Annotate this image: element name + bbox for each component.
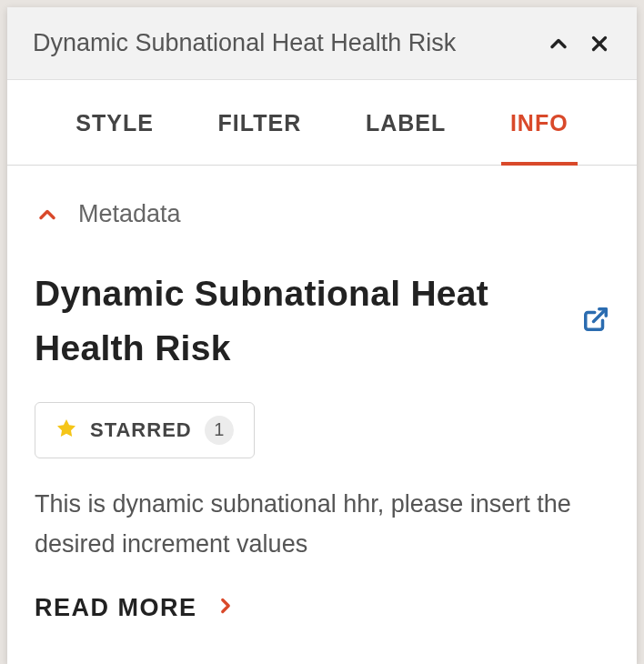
title-row: Dynamic Subnational Heat Health Risk	[35, 267, 609, 377]
header-actions	[546, 31, 611, 56]
panel-content: Metadata Dynamic Subnational Heat Health…	[7, 166, 637, 664]
tab-bar: STYLE FILTER LABEL INFO	[7, 80, 637, 166]
panel-header: Dynamic Subnational Heat Health Risk	[7, 7, 637, 80]
metadata-description: This is dynamic subnational hhr, please …	[35, 484, 609, 565]
section-label: Metadata	[78, 200, 181, 228]
starred-label: STARRED	[90, 418, 192, 442]
chevron-up-icon	[546, 31, 571, 56]
chevron-right-icon	[214, 594, 237, 621]
starred-count: 1	[205, 416, 234, 445]
external-link-button[interactable]	[582, 306, 609, 337]
svg-line-2	[594, 309, 607, 322]
tab-label[interactable]: LABEL	[357, 81, 455, 166]
info-panel: Dynamic Subnational Heat Health Risk STY…	[7, 7, 637, 664]
tab-info[interactable]: INFO	[501, 81, 578, 166]
section-header[interactable]: Metadata	[35, 200, 609, 228]
chevron-up-icon	[35, 202, 60, 227]
close-button[interactable]	[588, 32, 611, 55]
close-icon	[588, 32, 611, 55]
collapse-button[interactable]	[546, 31, 571, 56]
svg-marker-3	[57, 419, 75, 437]
metadata-title: Dynamic Subnational Heat Health Risk	[35, 267, 564, 377]
starred-box[interactable]: STARRED 1	[35, 402, 255, 458]
read-more-button[interactable]: READ MORE	[35, 594, 609, 622]
read-more-label: READ MORE	[35, 594, 197, 622]
panel-title: Dynamic Subnational Heat Health Risk	[33, 29, 456, 57]
tab-filter[interactable]: FILTER	[209, 81, 311, 166]
external-link-icon	[582, 306, 609, 333]
star-icon	[55, 418, 77, 443]
tab-style[interactable]: STYLE	[66, 81, 163, 166]
